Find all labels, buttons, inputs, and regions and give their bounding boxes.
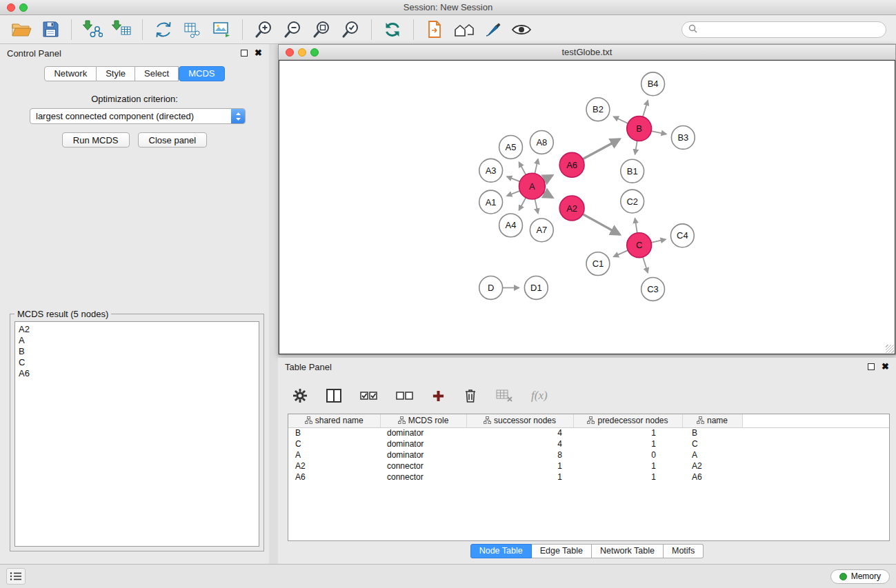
edge-A6-B[interactable]	[583, 139, 620, 159]
network-node-A4[interactable]: A4	[499, 214, 523, 237]
network-node-B1[interactable]: B1	[621, 159, 644, 183]
tab-network-table[interactable]: Network Table	[592, 544, 664, 558]
houses-icon[interactable]	[450, 17, 477, 42]
table-row-a6[interactable]: A6connector11A6	[288, 472, 889, 483]
edge-B-B4[interactable]	[643, 101, 648, 117]
network-node-A8[interactable]: A8	[530, 131, 553, 154]
task-list-icon[interactable]	[6, 568, 26, 585]
search-field[interactable]	[681, 21, 886, 38]
result-item-b[interactable]: B	[19, 346, 255, 357]
edge-A-A4[interactable]	[519, 198, 526, 210]
edge-C-C1[interactable]	[614, 250, 628, 256]
mcds-result-list[interactable]: A2ABCA6	[14, 321, 259, 547]
network-node-B2[interactable]: B2	[586, 98, 610, 121]
result-item-a2[interactable]: A2	[19, 324, 255, 335]
export-image-icon[interactable]	[208, 17, 235, 42]
edge-C-C2[interactable]	[635, 219, 637, 233]
network-node-D[interactable]: D	[479, 276, 503, 300]
edge-A-A6[interactable]	[544, 175, 552, 180]
column-header-shared-name[interactable]: shared name	[288, 414, 380, 427]
edge-A-A7[interactable]	[535, 199, 538, 214]
tab-network[interactable]: Network	[44, 66, 97, 81]
column-header-MCDS-role[interactable]: MCDS role	[380, 414, 466, 427]
add-column-icon[interactable]	[432, 389, 445, 403]
network-node-B4[interactable]: B4	[641, 72, 665, 96]
search-input[interactable]	[701, 25, 879, 34]
window-titlebar[interactable]: Session: New Session	[0, 0, 896, 15]
edge-A-A3[interactable]	[507, 176, 520, 181]
network-node-B[interactable]: B	[627, 116, 652, 141]
tab-edge-table[interactable]: Edge Table	[532, 544, 592, 558]
tab-motifs[interactable]: Motifs	[664, 544, 704, 558]
import-table-icon[interactable]	[108, 17, 135, 42]
float-table-panel-icon[interactable]	[868, 363, 875, 370]
trash-icon[interactable]	[464, 388, 477, 403]
tab-select[interactable]: Select	[135, 66, 179, 81]
tab-mcds[interactable]: MCDS	[179, 66, 224, 81]
network-node-A7[interactable]: A7	[530, 219, 553, 242]
memory-button[interactable]: Memory	[830, 569, 890, 584]
select-all-icon[interactable]	[360, 390, 377, 401]
paint-brush-icon[interactable]	[479, 17, 506, 42]
zoom-selected-icon[interactable]	[337, 17, 364, 42]
gear-icon[interactable]	[292, 388, 308, 403]
table-row-b[interactable]: Bdominator41B	[288, 427, 889, 438]
zoom-in-icon[interactable]	[250, 17, 277, 42]
edge-B-B1[interactable]	[635, 141, 637, 154]
column-header-predecessor-nodes[interactable]: predecessor nodes	[573, 414, 682, 427]
table-row-c[interactable]: Cdominator41C	[288, 438, 889, 449]
clear-table-icon[interactable]	[496, 389, 512, 402]
optimization-dropdown[interactable]: largest connected component (directed)	[30, 108, 246, 124]
edge-A-A1[interactable]	[507, 191, 520, 196]
close-network-button[interactable]	[286, 48, 294, 57]
network-canvas[interactable]: B4B2BB3A5A8A6A3B1AA1C2A2A4A7CC4C1C3DD1	[279, 60, 895, 354]
result-item-a[interactable]: A	[19, 335, 255, 346]
edge-C-C4[interactable]	[651, 239, 666, 243]
network-node-A1[interactable]: A1	[479, 190, 503, 214]
edge-A-A5[interactable]	[519, 162, 526, 174]
column-header-name[interactable]: name	[682, 414, 742, 427]
open-session-icon[interactable]	[8, 17, 34, 42]
edge-A-A8[interactable]	[535, 159, 538, 174]
network-node-C[interactable]: C	[627, 233, 652, 258]
tab-node-table[interactable]: Node Table	[470, 544, 532, 558]
eye-icon[interactable]	[508, 17, 535, 42]
close-panel-button[interactable]: Close panel	[138, 132, 208, 148]
network-node-D1[interactable]: D1	[524, 276, 548, 300]
result-item-a6[interactable]: A6	[19, 368, 255, 379]
network-node-C1[interactable]: C1	[586, 252, 610, 276]
table-row-a[interactable]: Adominator80A	[288, 449, 889, 460]
network-node-A5[interactable]: A5	[499, 135, 523, 159]
result-item-c[interactable]: C	[19, 357, 255, 368]
layout-document-icon[interactable]	[421, 17, 448, 42]
function-icon[interactable]: f(x)	[531, 389, 548, 403]
network-node-C2[interactable]: C2	[621, 190, 644, 213]
edge-A2-C[interactable]	[583, 214, 620, 235]
network-node-A[interactable]: A	[519, 173, 545, 199]
close-panel-icon[interactable]: ✖	[255, 50, 262, 57]
edge-B-B2[interactable]	[613, 116, 628, 123]
save-session-icon[interactable]	[37, 17, 63, 42]
network-merge-icon[interactable]	[150, 17, 177, 42]
import-network-icon[interactable]	[79, 17, 106, 42]
maximize-network-button[interactable]	[310, 48, 319, 57]
run-mcds-button[interactable]: Run MCDS	[62, 132, 130, 148]
network-window-titlebar[interactable]: testGlobe.txt	[279, 45, 895, 60]
maximize-window-button[interactable]	[19, 3, 28, 12]
edge-C-C3[interactable]	[643, 257, 648, 273]
refresh-icon[interactable]	[379, 17, 406, 42]
network-node-B3[interactable]: B3	[671, 126, 695, 150]
column-visibility-icon[interactable]	[326, 389, 341, 403]
column-header-successor-nodes[interactable]: successor nodes	[466, 414, 573, 427]
network-node-C4[interactable]: C4	[670, 224, 694, 247]
node-table[interactable]: shared nameMCDS rolesuccessor nodesprede…	[288, 414, 890, 541]
tab-style[interactable]: Style	[97, 66, 135, 81]
zoom-out-icon[interactable]	[279, 17, 306, 42]
close-window-button[interactable]	[7, 3, 15, 12]
deselect-all-icon[interactable]	[396, 390, 413, 401]
network-node-C3[interactable]: C3	[641, 278, 665, 301]
float-panel-icon[interactable]	[241, 50, 248, 57]
network-node-A6[interactable]: A6	[559, 152, 584, 177]
edge-B-B3[interactable]	[651, 131, 666, 134]
zoom-fit-icon[interactable]	[308, 17, 335, 42]
